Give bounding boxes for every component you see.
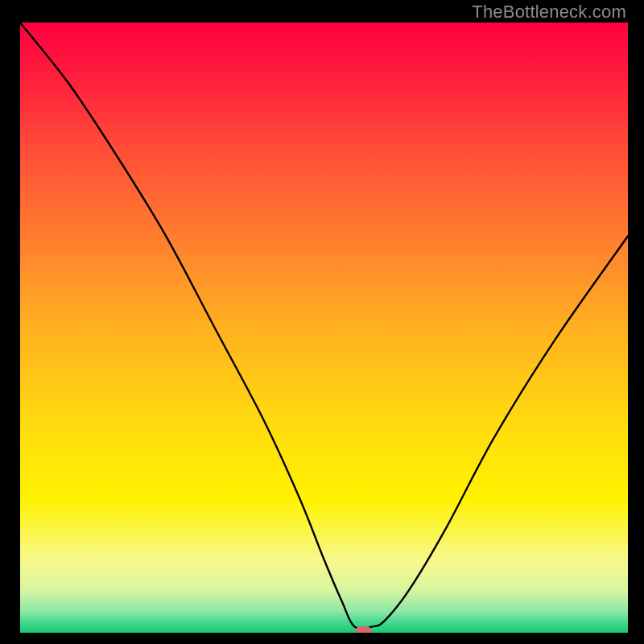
optimum-marker <box>356 626 372 633</box>
chart-svg <box>20 23 628 633</box>
chart-plot-area <box>20 23 628 633</box>
watermark-text: TheBottleneck.com <box>472 2 626 23</box>
chart-frame: TheBottleneck.com <box>0 0 644 644</box>
gradient-background <box>20 23 628 633</box>
